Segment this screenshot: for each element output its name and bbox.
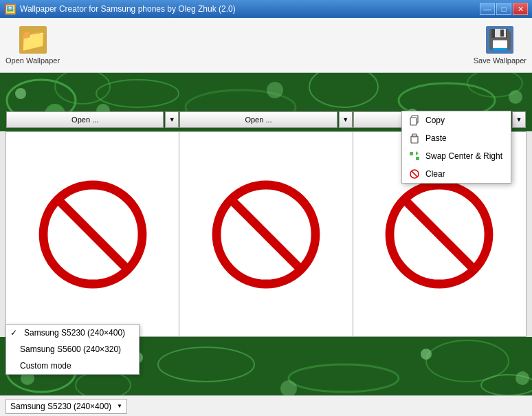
device-s5600-label: Samsung S5600 (240×320): [20, 344, 121, 354]
main-area: Open ... ▼ Open ... ▼: [0, 73, 532, 395]
center-panel-toolbar: Open ... ▼: [179, 111, 352, 128]
left-panel: Open ... ▼: [5, 131, 179, 337]
no-symbol-left: [38, 179, 148, 289]
left-dropdown-button[interactable]: ▼: [165, 111, 179, 128]
clear-label: Clear: [425, 169, 445, 179]
device-s5600[interactable]: Samsung S5600 (240×320): [6, 341, 139, 358]
device-custom[interactable]: Custom mode: [6, 358, 139, 374]
copy-icon: [409, 115, 420, 126]
status-arrow-icon: ▼: [117, 403, 122, 409]
minimize-button[interactable]: —: [480, 3, 495, 15]
clear-icon: [409, 168, 420, 179]
svg-rect-33: [410, 118, 417, 125]
paste-label: Paste: [425, 133, 447, 143]
swap-label: Swap Center & Right: [425, 151, 502, 161]
maximize-button[interactable]: □: [496, 3, 511, 15]
no-symbol-center: [211, 179, 321, 289]
center-open-button[interactable]: Open ...: [179, 111, 337, 128]
status-device-selector[interactable]: Samsung S5230 (240×400) ▼: [5, 399, 127, 414]
left-panel-toolbar: Open ... ▼: [6, 111, 179, 128]
paste-icon: [409, 133, 420, 144]
device-custom-label: Custom mode: [20, 361, 71, 371]
close-button[interactable]: ✕: [513, 3, 528, 15]
left-panel-content: [6, 132, 179, 336]
window-title: Wallpaper Creator for Samsung phones by …: [20, 4, 236, 14]
svg-rect-36: [410, 152, 413, 155]
svg-rect-37: [416, 157, 419, 160]
left-open-button[interactable]: Open ...: [6, 111, 164, 128]
open-wallpaper-button[interactable]: 📁 Open Wallpaper: [5, 26, 60, 65]
title-bar: 🖼️ Wallpaper Creator for Samsung phones …: [0, 0, 532, 18]
center-dropdown-button[interactable]: ▼: [339, 111, 353, 128]
swap-icon: [409, 151, 420, 162]
copy-label: Copy: [425, 116, 445, 125]
toolbar: 📁 Open Wallpaper 💾 Save Wallpaper: [0, 18, 532, 73]
context-menu-paste[interactable]: Paste: [402, 129, 511, 147]
app-icon: 🖼️: [4, 3, 16, 14]
save-wallpaper-button[interactable]: 💾 Save Wallpaper: [474, 26, 527, 65]
center-panel-content: [179, 132, 352, 336]
status-bar: Samsung S5230 (240×400) ▼: [0, 395, 532, 416]
folder-icon: 📁: [19, 27, 47, 53]
svg-line-39: [412, 171, 417, 177]
device-dropdown-menu: Samsung S5230 (240×400) Samsung S5600 (2…: [5, 324, 140, 375]
open-wallpaper-label: Open Wallpaper: [5, 56, 60, 65]
device-s5230-label: Samsung S5230 (240×400): [24, 328, 125, 338]
save-icon: 💾: [488, 28, 512, 51]
device-s5230[interactable]: Samsung S5230 (240×400): [6, 325, 139, 341]
center-panel: Open ... ▼: [179, 131, 353, 337]
save-wallpaper-label: Save Wallpaper: [474, 56, 527, 65]
context-menu: Copy Paste: [401, 111, 511, 184]
context-menu-swap[interactable]: Swap Center & Right: [402, 147, 511, 165]
context-menu-clear[interactable]: Clear: [402, 165, 511, 183]
context-menu-copy[interactable]: Copy: [402, 111, 511, 129]
no-symbol-right: [384, 179, 494, 289]
status-device-label: Samsung S5230 (240×400): [10, 402, 111, 411]
right-dropdown-button[interactable]: ▼: [512, 111, 526, 128]
